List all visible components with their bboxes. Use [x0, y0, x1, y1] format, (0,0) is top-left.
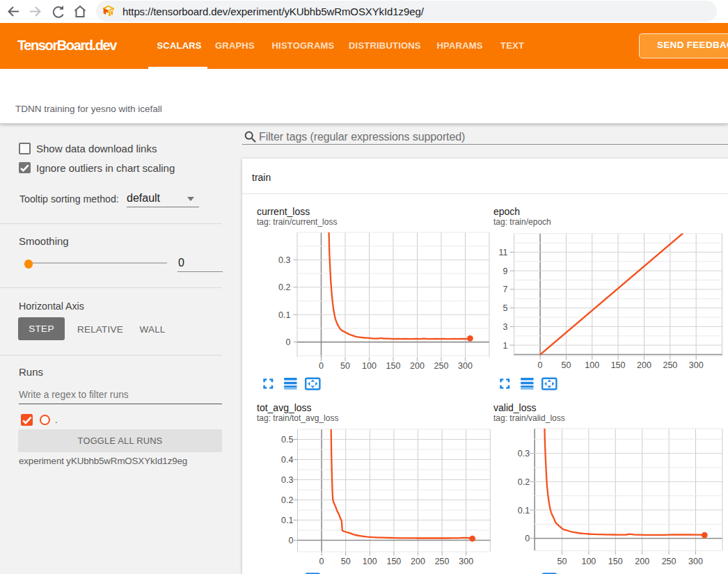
svg-text:100: 100 — [585, 360, 599, 370]
svg-text:0: 0 — [525, 534, 530, 543]
svg-text:0: 0 — [288, 536, 293, 545]
svg-text:9: 9 — [503, 266, 508, 276]
svg-text:300: 300 — [458, 361, 473, 371]
svg-text:3: 3 — [503, 322, 508, 332]
svg-text:0.5: 0.5 — [281, 435, 293, 445]
svg-text:50: 50 — [341, 557, 351, 566]
svg-text:1: 1 — [503, 341, 508, 351]
svg-text:0.2: 0.2 — [278, 282, 290, 292]
svg-text:0.4: 0.4 — [281, 455, 293, 465]
svg-text:250: 250 — [663, 360, 677, 370]
svg-text:0.2: 0.2 — [518, 477, 530, 487]
svg-text:50: 50 — [557, 557, 567, 566]
svg-text:200: 200 — [410, 361, 425, 371]
svg-text:7: 7 — [503, 285, 508, 294]
svg-text:11: 11 — [499, 248, 508, 257]
svg-text:0.1: 0.1 — [518, 506, 530, 516]
svg-text:300: 300 — [688, 557, 703, 566]
svg-text:0: 0 — [319, 557, 324, 566]
svg-text:100: 100 — [363, 557, 377, 566]
svg-text:0.3: 0.3 — [281, 475, 293, 485]
svg-text:300: 300 — [689, 360, 704, 370]
svg-text:0.1: 0.1 — [278, 310, 290, 320]
svg-text:100: 100 — [362, 361, 377, 371]
svg-text:300: 300 — [459, 557, 473, 566]
svg-text:0.3: 0.3 — [518, 449, 530, 459]
svg-text:150: 150 — [608, 557, 623, 566]
svg-text:0: 0 — [286, 337, 291, 347]
svg-text:200: 200 — [637, 360, 651, 370]
svg-text:0: 0 — [319, 361, 324, 371]
svg-text:100: 100 — [581, 557, 596, 566]
svg-text:0.2: 0.2 — [281, 495, 293, 505]
svg-text:50: 50 — [340, 361, 350, 371]
svg-text:0.3: 0.3 — [278, 255, 290, 265]
svg-text:0: 0 — [538, 360, 543, 370]
svg-text:200: 200 — [411, 557, 425, 566]
svg-text:150: 150 — [386, 557, 401, 566]
svg-text:250: 250 — [434, 361, 449, 371]
svg-text:5: 5 — [503, 303, 508, 313]
svg-text:250: 250 — [435, 557, 450, 566]
svg-text:200: 200 — [635, 557, 649, 566]
svg-text:150: 150 — [611, 360, 626, 370]
svg-text:50: 50 — [562, 360, 571, 370]
svg-text:0.1: 0.1 — [281, 516, 293, 525]
svg-text:150: 150 — [386, 361, 401, 371]
svg-text:250: 250 — [662, 557, 676, 566]
